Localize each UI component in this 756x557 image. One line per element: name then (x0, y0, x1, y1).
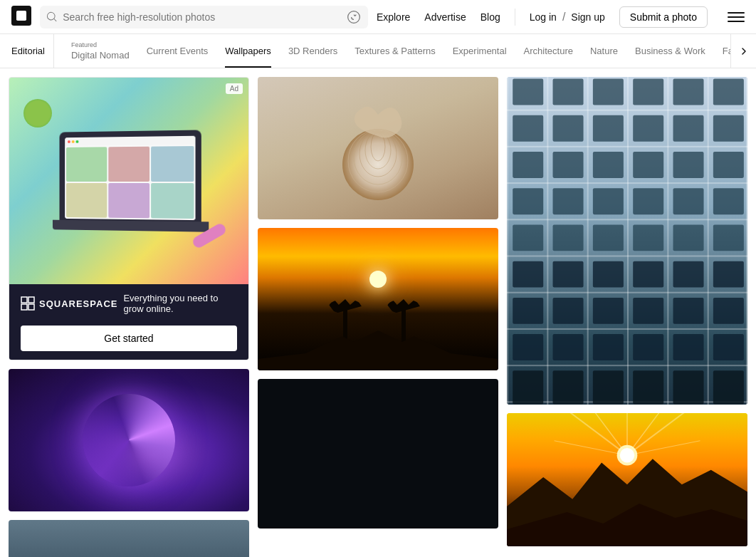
ad-cta-button[interactable]: Get started (21, 326, 237, 351)
svg-rect-61 (513, 261, 543, 288)
search-input[interactable] (63, 11, 341, 23)
svg-rect-33 (593, 79, 624, 105)
cat-business-work[interactable]: Business & Work (626, 34, 714, 68)
photo-column-2 (258, 77, 498, 529)
svg-rect-15 (547, 77, 548, 405)
cat-architecture[interactable]: Architecture (515, 34, 582, 68)
svg-rect-38 (553, 115, 584, 142)
search-bar[interactable] (40, 6, 368, 28)
svg-rect-36 (713, 79, 744, 105)
category-nav: Editorial Featured Digital Nomad Current… (0, 34, 756, 68)
svg-rect-48 (713, 152, 744, 178)
cat-experimental[interactable]: Experimental (444, 34, 515, 68)
svg-rect-44 (553, 152, 584, 178)
cat-textures-patterns[interactable]: Textures & Patterns (346, 34, 443, 68)
signup-link[interactable]: Sign up (571, 11, 604, 23)
nav-blog[interactable]: Blog (481, 11, 500, 23)
svg-point-94 (620, 448, 634, 462)
category-items: Featured Digital Nomad Current Events Wa… (63, 34, 745, 68)
photo-column-3 (507, 77, 747, 546)
dot-green (76, 140, 79, 143)
svg-rect-82 (633, 370, 663, 404)
submit-photo-button[interactable]: Submit a photo (619, 6, 708, 28)
camera-search-icon[interactable] (347, 10, 361, 24)
main-nav: Explore Advertise Blog Log in / Sign up … (377, 6, 745, 28)
cat-digital-nomad[interactable]: Featured Digital Nomad (63, 34, 138, 68)
ad-card[interactable]: Ad (9, 77, 249, 360)
svg-rect-16 (587, 77, 589, 405)
building-image (507, 77, 747, 405)
palm-tree-left (343, 306, 347, 349)
cat-3d-renders[interactable]: 3D Renders (280, 34, 346, 68)
svg-rect-81 (593, 370, 624, 404)
auth-divider: / (562, 11, 565, 24)
svg-rect-29 (507, 365, 747, 366)
svg-rect-25 (507, 219, 747, 220)
svg-rect-27 (507, 292, 747, 293)
svg-rect-64 (633, 261, 663, 288)
shell-image (258, 77, 498, 219)
photo-city-bottom[interactable] (9, 520, 249, 557)
logo[interactable] (11, 6, 31, 28)
svg-rect-67 (513, 298, 543, 324)
svg-rect-66 (713, 261, 744, 288)
header: Explore Advertise Blog Log in / Sign up … (0, 0, 756, 34)
svg-rect-49 (513, 188, 543, 214)
dot-yellow (72, 140, 75, 143)
photo-purple-swirl[interactable] (9, 369, 249, 511)
content-img-2 (108, 147, 149, 182)
dot-red (68, 140, 70, 143)
svg-rect-22 (507, 110, 747, 111)
ad-bottom: SQUARESPACE Everything you need to grow … (9, 284, 248, 360)
squarespace-icon (21, 296, 35, 311)
svg-rect-34 (633, 79, 663, 105)
nav-advertise[interactable]: Advertise (424, 11, 466, 23)
laptop-content (65, 145, 195, 220)
svg-rect-63 (593, 261, 624, 288)
auth-links: Log in / Sign up (530, 11, 605, 24)
svg-rect-39 (593, 115, 624, 142)
svg-rect-58 (633, 224, 663, 251)
svg-rect-57 (593, 224, 624, 251)
svg-rect-65 (673, 261, 704, 288)
cat-current-events[interactable]: Current Events (138, 34, 217, 68)
svg-rect-78 (713, 334, 744, 360)
nav-explore[interactable]: Explore (377, 11, 410, 23)
photo-column-1: Ad (9, 77, 249, 557)
photo-building[interactable] (507, 77, 747, 405)
cat-wallpapers[interactable]: Wallpapers (216, 34, 280, 68)
squarespace-logo: SQUARESPACE (21, 296, 117, 311)
ad-brand: SQUARESPACE Everything you need to grow … (21, 293, 237, 314)
building-svg (507, 77, 747, 405)
svg-point-7 (342, 129, 414, 200)
laptop-visual (60, 130, 201, 231)
content-img-1 (66, 147, 107, 182)
category-scroll-right[interactable] (730, 34, 756, 68)
content-img-5 (108, 183, 149, 218)
menu-button[interactable] (728, 9, 745, 26)
palm-tree-right (401, 306, 406, 349)
city-image (9, 520, 249, 557)
svg-rect-70 (633, 298, 663, 324)
laptop-screen (65, 136, 195, 220)
swirl-shape (70, 381, 189, 500)
svg-rect-4 (28, 297, 34, 303)
content-img-3 (151, 146, 194, 182)
svg-rect-62 (553, 261, 584, 288)
svg-rect-51 (593, 188, 624, 214)
photo-grid: Ad (0, 68, 756, 557)
cat-digital-nomad-label: Digital Nomad (71, 50, 130, 61)
photo-mountain-sunset[interactable] (507, 413, 747, 546)
photo-dark[interactable] (258, 379, 498, 529)
featured-tag: Featured (71, 42, 97, 48)
mountain-svg (507, 413, 747, 546)
photo-shell[interactable] (258, 77, 498, 219)
cat-nature[interactable]: Nature (582, 34, 626, 68)
svg-rect-24 (507, 182, 747, 184)
purple-swirl-image (9, 369, 249, 511)
photo-sunset-palms[interactable] (258, 228, 498, 370)
editorial-label: Editorial (11, 34, 54, 68)
login-link[interactable]: Log in (530, 11, 557, 23)
svg-rect-14 (507, 77, 508, 405)
svg-rect-45 (593, 152, 624, 178)
